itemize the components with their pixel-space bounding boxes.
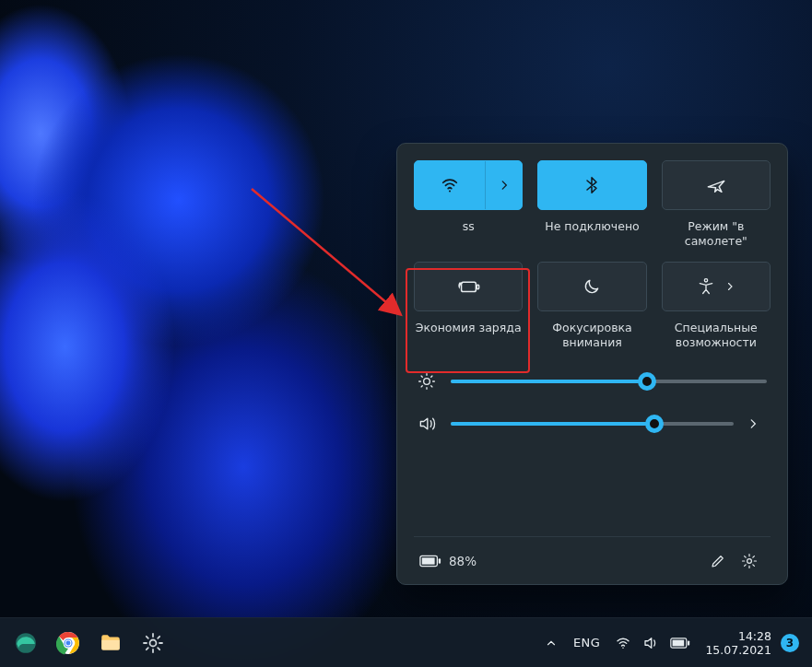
- svg-rect-6: [439, 558, 441, 564]
- focus-assist-label: Фокусировка внимания: [537, 321, 646, 350]
- volume-icon: [642, 635, 659, 651]
- svg-rect-2: [477, 285, 478, 289]
- bluetooth-icon: [583, 175, 601, 195]
- moon-icon: [583, 277, 601, 296]
- chevron-right-icon: [724, 281, 736, 292]
- clock-date: 15.07.2021: [705, 643, 771, 657]
- settings-button[interactable]: [734, 545, 765, 577]
- tray-overflow-button[interactable]: [538, 625, 564, 661]
- svg-rect-18: [688, 640, 689, 645]
- taskbar-app-chrome[interactable]: [50, 625, 87, 661]
- accessibility-icon: [697, 277, 715, 296]
- quick-settings-sliders: [414, 363, 771, 433]
- volume-thumb[interactable]: [645, 415, 664, 433]
- taskbar-system-tray: ENG 14:28 15.07.2021 3: [538, 625, 799, 661]
- taskbar-app-edge[interactable]: [7, 625, 44, 661]
- wifi-expand-button[interactable]: [485, 161, 522, 209]
- battery-saver-icon: [456, 276, 480, 297]
- svg-point-0: [449, 190, 451, 192]
- language-indicator[interactable]: ENG: [573, 636, 601, 649]
- volume-slider[interactable]: [451, 422, 734, 426]
- battery-saver-button[interactable]: [414, 262, 523, 311]
- edge-icon: [14, 631, 38, 655]
- wifi-icon: [440, 175, 460, 195]
- airplane-label: Режим "в самолете": [662, 219, 771, 249]
- airplane-button[interactable]: [662, 160, 771, 210]
- svg-point-15: [150, 639, 157, 646]
- svg-point-16: [623, 647, 625, 649]
- wifi-icon: [615, 635, 631, 651]
- chevron-up-icon: [545, 637, 558, 649]
- wifi-button[interactable]: [414, 160, 523, 210]
- brightness-slider-row: [418, 372, 767, 391]
- taskbar-app-explorer[interactable]: [92, 625, 129, 661]
- airplane-icon: [706, 175, 726, 195]
- tile-bluetooth: Не подключено: [537, 160, 646, 249]
- accessibility-button[interactable]: [662, 262, 771, 311]
- pencil-icon: [710, 553, 726, 569]
- gear-icon: [741, 553, 758, 569]
- bluetooth-label: Не подключено: [537, 219, 646, 249]
- taskbar-clock[interactable]: 14:28 15.07.2021: [705, 629, 771, 657]
- tile-accessibility: Специальные возможности: [662, 262, 771, 350]
- volume-slider-row: [418, 415, 767, 433]
- svg-rect-7: [422, 557, 435, 564]
- taskbar-pinned-apps: [7, 625, 171, 661]
- wifi-toggle[interactable]: [415, 161, 485, 209]
- svg-point-4: [424, 379, 430, 385]
- volume-icon: [418, 415, 438, 433]
- focus-assist-button[interactable]: [537, 262, 646, 311]
- quick-settings-tile-grid: ss Не подключено Режим "в самолете": [414, 160, 771, 350]
- notification-center-button[interactable]: 3: [781, 634, 799, 652]
- accessibility-label: Специальные возможности: [662, 321, 771, 350]
- volume-output-button[interactable]: [747, 417, 767, 430]
- battery-saver-label: Экономия заряда: [414, 321, 523, 350]
- svg-rect-1: [462, 282, 477, 291]
- tile-airplane: Режим "в самолете": [662, 160, 771, 249]
- wifi-label: ss: [414, 219, 523, 249]
- bluetooth-button[interactable]: [537, 160, 646, 210]
- brightness-icon: [418, 372, 438, 391]
- folder-icon: [99, 631, 123, 655]
- chrome-icon: [56, 631, 80, 655]
- taskbar: ENG 14:28 15.07.2021 3: [0, 617, 812, 667]
- taskbar-app-settings[interactable]: [135, 625, 171, 661]
- edit-quick-settings-button[interactable]: [702, 545, 734, 577]
- quick-settings-footer: 88%: [414, 536, 771, 584]
- quick-settings-panel: ss Не подключено Режим "в самолете": [396, 143, 788, 585]
- brightness-thumb[interactable]: [638, 372, 656, 391]
- gear-icon: [142, 632, 164, 654]
- tray-network-volume-battery[interactable]: [609, 635, 696, 651]
- battery-status-button[interactable]: 88%: [419, 554, 477, 568]
- battery-icon: [419, 554, 441, 568]
- svg-point-14: [66, 640, 71, 645]
- brightness-slider[interactable]: [451, 380, 767, 383]
- tile-focus-assist: Фокусировка внимания: [537, 262, 646, 350]
- battery-icon: [670, 637, 690, 649]
- svg-point-3: [704, 279, 707, 282]
- clock-time: 14:28: [705, 629, 771, 643]
- svg-rect-19: [673, 639, 685, 646]
- svg-point-8: [747, 558, 752, 563]
- chevron-right-icon: [498, 179, 511, 192]
- tile-battery-saver: Экономия заряда: [414, 262, 523, 350]
- battery-percent-text: 88%: [449, 554, 477, 568]
- tile-wifi: ss: [414, 160, 523, 249]
